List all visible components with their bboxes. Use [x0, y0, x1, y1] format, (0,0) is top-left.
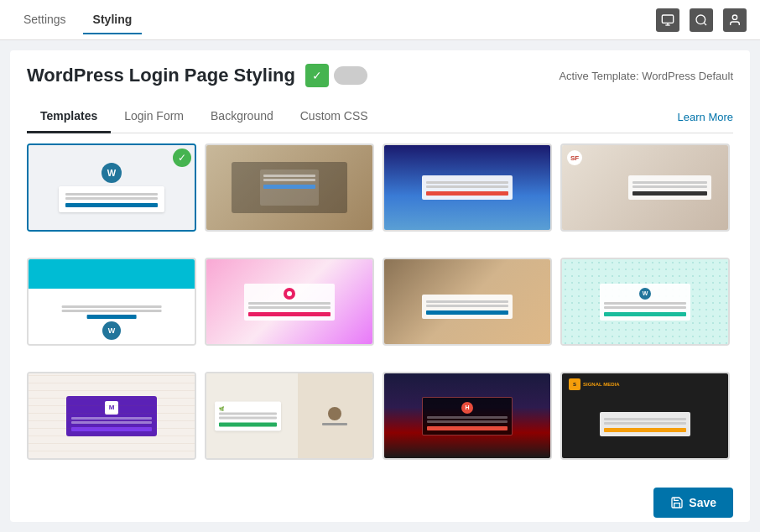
- template-preview-5: W: [29, 259, 195, 344]
- template-card[interactable]: [383, 258, 552, 346]
- save-icon: [670, 496, 684, 509]
- tab-background[interactable]: Background: [197, 101, 287, 133]
- active-template-label: Active Template: WordPress Default: [559, 70, 733, 82]
- svg-point-4: [732, 15, 737, 19]
- template-preview-4: SF: [562, 145, 728, 230]
- template-card[interactable]: ✓ W: [27, 143, 196, 232]
- person-icon[interactable]: [723, 8, 747, 32]
- template-card[interactable]: M: [27, 372, 196, 460]
- save-label: Save: [689, 496, 716, 509]
- selected-badge: ✓: [173, 149, 191, 167]
- template-preview-7: [384, 259, 550, 344]
- template-card[interactable]: [383, 143, 552, 232]
- top-navigation-bar: Settings Styling: [0, 0, 760, 40]
- template-card[interactable]: W: [27, 258, 196, 346]
- template-card[interactable]: H: [383, 372, 552, 460]
- form-overlay: [600, 412, 691, 436]
- wp-logo: W: [102, 163, 122, 183]
- tab-login-form[interactable]: Login Form: [111, 101, 197, 133]
- template-card[interactable]: S SIGNAL MEDIA: [560, 372, 730, 460]
- template-card[interactable]: W: [560, 258, 730, 346]
- form-overlay: H: [422, 397, 513, 436]
- templates-grid: ✓ W: [27, 143, 733, 477]
- inner-tab-bar: Templates Login Form Background Custom C…: [27, 101, 733, 133]
- form-overlay: W: [600, 284, 691, 321]
- form-overlay: [628, 175, 711, 200]
- form-overlay: [422, 295, 513, 319]
- template-preview-12: S SIGNAL MEDIA: [562, 373, 728, 458]
- title-row: WordPress Login Page Styling ✓: [27, 64, 367, 87]
- template-card[interactable]: [205, 143, 374, 232]
- top-icons: [656, 8, 747, 32]
- page-title: WordPress Login Page Styling: [27, 65, 295, 86]
- tab-custom-css[interactable]: Custom CSS: [287, 101, 382, 133]
- tab-styling[interactable]: Styling: [83, 6, 143, 34]
- template-preview-9: M: [29, 373, 195, 458]
- svg-rect-0: [662, 15, 673, 23]
- page-header: WordPress Login Page Styling ✓ Active Te…: [27, 64, 733, 87]
- form-overlay: 🌿: [215, 401, 281, 430]
- template-card[interactable]: [205, 258, 374, 346]
- tab-templates[interactable]: Templates: [27, 101, 111, 133]
- template-preview-1: W: [29, 145, 195, 230]
- template-preview-3: [384, 145, 550, 230]
- mini-login-form: [59, 186, 165, 212]
- top-tabs: Settings Styling: [13, 6, 142, 34]
- template-card[interactable]: 🌿: [205, 372, 374, 460]
- form-overlay: [422, 175, 513, 200]
- toggle-group: ✓: [305, 64, 367, 87]
- svg-point-3: [696, 15, 705, 24]
- template-card[interactable]: SF: [560, 143, 730, 232]
- search-icon[interactable]: [690, 8, 713, 32]
- template-preview-8: W: [562, 259, 728, 344]
- template-preview-2: [206, 145, 372, 230]
- form-overlay: [244, 284, 336, 321]
- footer-bar: Save: [27, 477, 733, 518]
- save-button[interactable]: Save: [653, 488, 733, 518]
- tab-settings[interactable]: Settings: [13, 6, 76, 34]
- monitor-icon[interactable]: [656, 8, 679, 32]
- template-preview-11: H: [384, 373, 550, 458]
- enable-toggle[interactable]: [334, 66, 367, 85]
- learn-more-link[interactable]: Learn More: [678, 111, 733, 123]
- toggle-check-icon: ✓: [305, 64, 329, 87]
- main-panel: WordPress Login Page Styling ✓ Active Te…: [10, 50, 750, 522]
- template-preview-6: [206, 259, 372, 344]
- template-preview-10: 🌿: [206, 373, 372, 458]
